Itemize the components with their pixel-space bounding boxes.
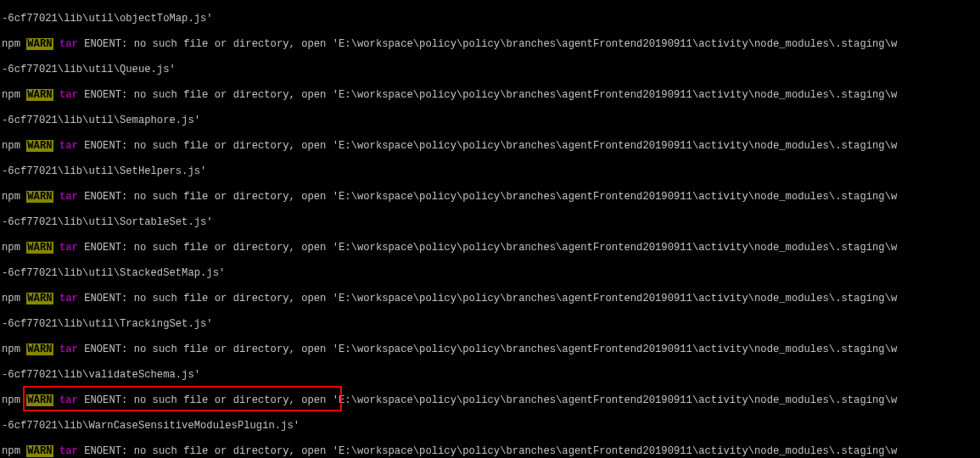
warn-badge: WARN: [26, 242, 53, 254]
warn-badge: WARN: [26, 38, 53, 50]
tar-tag: tar: [59, 191, 78, 203]
tar-tag: tar: [59, 89, 78, 101]
warn-badge: WARN: [26, 344, 53, 355]
log-line: -6cf77021\lib\validateSchema.js': [2, 369, 978, 382]
tar-tag: tar: [59, 344, 78, 355]
log-line: -6cf77021\lib\WarnCaseSensitiveModulesPl…: [2, 420, 978, 433]
log-line: -6cf77021\lib\util\TrackingSet.js': [2, 318, 978, 331]
warn-badge: WARN: [26, 394, 53, 406]
warn-badge: WARN: [26, 191, 53, 203]
warn-badge: WARN: [26, 293, 53, 304]
log-line: -6cf77021\lib\util\Semaphore.js': [2, 114, 978, 127]
tar-tag: tar: [59, 445, 78, 457]
tar-tag: tar: [59, 293, 78, 304]
tar-tag: tar: [59, 394, 78, 406]
warn-badge: WARN: [26, 140, 53, 152]
log-line: npm WARN tar ENOENT: no such file or dir…: [2, 242, 978, 254]
tar-tag: tar: [59, 38, 78, 50]
log-line: npm WARN tar ENOENT: no such file or dir…: [2, 191, 978, 204]
terminal-output: -6cf77021\lib\util\objectToMap.js' npm W…: [0, 0, 980, 458]
tar-tag: tar: [59, 242, 78, 254]
log-line: -6cf77021\lib\util\StackedSetMap.js': [2, 267, 978, 280]
log-line: npm WARN tar ENOENT: no such file or dir…: [2, 344, 978, 356]
log-line: -6cf77021\lib\util\objectToMap.js': [2, 13, 978, 25]
log-line: npm WARN tar ENOENT: no such file or dir…: [2, 394, 978, 407]
log-line: npm WARN tar ENOENT: no such file or dir…: [2, 140, 978, 153]
warn-badge: WARN: [26, 89, 53, 101]
log-line: -6cf77021\lib\util\SortableSet.js': [2, 216, 978, 229]
log-line: npm WARN tar ENOENT: no such file or dir…: [2, 293, 978, 305]
log-line: npm WARN tar ENOENT: no such file or dir…: [2, 38, 978, 51]
log-line: -6cf77021\lib\util\Queue.js': [2, 64, 978, 76]
log-line: npm WARN tar ENOENT: no such file or dir…: [2, 445, 978, 458]
log-line: -6cf77021\lib\util\SetHelpers.js': [2, 165, 978, 178]
log-line: npm WARN tar ENOENT: no such file or dir…: [2, 89, 978, 102]
tar-tag: tar: [59, 140, 78, 152]
warn-badge: WARN: [26, 445, 53, 457]
